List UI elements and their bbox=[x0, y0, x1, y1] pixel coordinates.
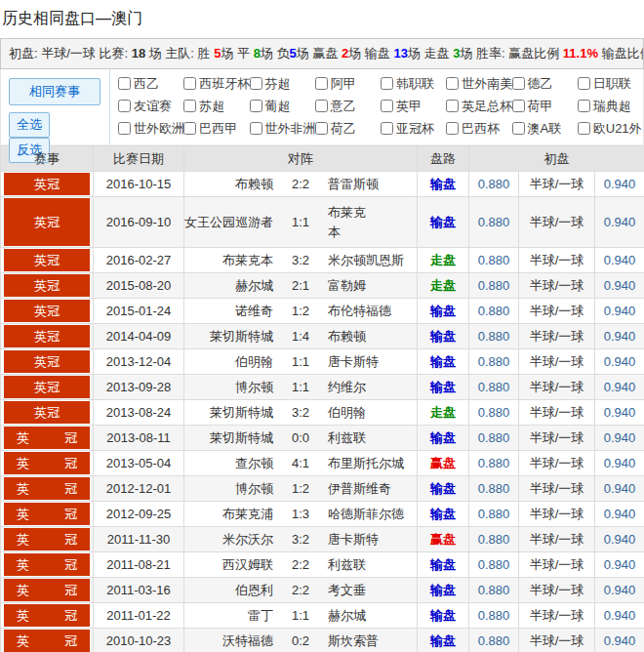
handicap-cell: 半球/一球 bbox=[519, 349, 595, 375]
matchup: 博尔顿1:1约维尔 bbox=[184, 375, 417, 399]
league-label[interactable]: 西班牙杯 bbox=[199, 75, 249, 93]
league-filter-item[interactable]: 意乙 bbox=[315, 97, 381, 116]
league-checkbox[interactable] bbox=[250, 122, 262, 135]
league-checkbox[interactable] bbox=[512, 77, 525, 90]
league-label[interactable]: 巴西甲 bbox=[199, 120, 237, 138]
league-checkbox[interactable] bbox=[578, 100, 590, 112]
league-filter-item[interactable]: 德乙 bbox=[512, 74, 578, 94]
away-team: 布伦特福德 bbox=[328, 303, 391, 320]
league-label[interactable]: 葡超 bbox=[265, 98, 291, 115]
league-filter-item[interactable]: 苏超 bbox=[183, 97, 249, 116]
league-filter-item[interactable]: 荷乙 bbox=[315, 119, 381, 139]
initial-odds-away: 0.940 bbox=[604, 583, 636, 597]
league-checkbox[interactable] bbox=[512, 100, 525, 112]
away-team-wrap: 唐卡斯特 bbox=[322, 353, 417, 371]
league-filter-item[interactable]: 瑞典超 bbox=[578, 97, 643, 116]
table-row: 英冠2010-10-23沃特福德0:2斯坎索普输盘0.880半球/一球0.940 bbox=[1, 629, 644, 652]
match-date: 2011-11-30 bbox=[107, 532, 171, 547]
league-checkbox[interactable] bbox=[315, 100, 328, 112]
league-label[interactable]: 芬超 bbox=[265, 75, 291, 93]
league-label[interactable]: 英足总杯 bbox=[462, 98, 511, 115]
league-checkbox[interactable] bbox=[118, 122, 131, 135]
odds2-cell: 0.940 bbox=[595, 197, 644, 248]
league-filter-item[interactable]: 西乙 bbox=[118, 74, 183, 94]
league-filter-item[interactable]: 友谊赛 bbox=[118, 97, 183, 116]
league-label[interactable]: 欧U21外 bbox=[593, 120, 642, 138]
league-checkbox[interactable] bbox=[118, 77, 131, 90]
result-cell: 输盘 bbox=[418, 375, 469, 400]
league-checkbox[interactable] bbox=[250, 77, 262, 90]
league-checkbox[interactable] bbox=[183, 77, 196, 90]
league-filter-item[interactable]: 韩职联 bbox=[381, 74, 446, 94]
league-label[interactable]: 英甲 bbox=[396, 98, 422, 115]
league-filter-item[interactable]: 西班牙杯 bbox=[183, 74, 249, 94]
league-filter-item[interactable]: 阿甲 bbox=[315, 74, 381, 94]
handicap-line: 半球/一球 bbox=[530, 405, 584, 420]
league-filter-item[interactable]: 世外非洲 bbox=[250, 119, 315, 139]
handicap-cell: 半球/一球 bbox=[519, 527, 595, 552]
league-filter-item[interactable]: 荷甲 bbox=[512, 97, 578, 116]
league-filter-item[interactable]: 澳A联 bbox=[512, 119, 578, 139]
league-checkbox[interactable] bbox=[381, 100, 393, 112]
odds2-cell: 0.940 bbox=[595, 426, 644, 451]
league-checkbox[interactable] bbox=[118, 100, 131, 112]
league-filter-item[interactable]: 芬超 bbox=[250, 74, 315, 94]
league-checkbox[interactable] bbox=[183, 100, 196, 112]
league-filter-item[interactable]: 世外欧洲 bbox=[118, 119, 183, 139]
league-badge-char: 英 bbox=[17, 455, 29, 472]
league-badge-char: 冠 bbox=[64, 531, 77, 549]
league-filter-item[interactable]: 巴西甲 bbox=[183, 119, 249, 139]
league-label[interactable]: 阿甲 bbox=[331, 75, 356, 93]
same-event-button[interactable]: 相同赛事 bbox=[9, 78, 101, 105]
league-checkbox[interactable] bbox=[381, 77, 393, 90]
league-filter-item[interactable]: 葡超 bbox=[250, 97, 315, 116]
league-checkbox[interactable] bbox=[381, 122, 393, 135]
league-label[interactable]: 苏超 bbox=[199, 98, 224, 115]
summary-segment: 5 bbox=[290, 46, 297, 61]
league-checkbox[interactable] bbox=[250, 100, 262, 112]
league-label[interactable]: 西乙 bbox=[134, 75, 159, 93]
league-label[interactable]: 澳A联 bbox=[528, 120, 562, 138]
result-label: 输盘 bbox=[430, 329, 456, 344]
league-label[interactable]: 巴西杯 bbox=[462, 120, 500, 138]
league-checkbox[interactable] bbox=[512, 122, 525, 135]
league-filter-item[interactable]: 世外南美 bbox=[446, 74, 511, 94]
initial-odds-away: 0.940 bbox=[604, 456, 636, 470]
select-all-button[interactable]: 全选 bbox=[9, 112, 50, 138]
league-label[interactable]: 瑞典超 bbox=[593, 98, 631, 115]
league-label[interactable]: 友谊赛 bbox=[134, 98, 172, 115]
league-label[interactable]: 意乙 bbox=[331, 98, 356, 115]
odds2-cell: 0.940 bbox=[595, 299, 644, 324]
league-checkbox[interactable] bbox=[446, 100, 459, 112]
league-checkbox[interactable] bbox=[578, 77, 590, 90]
league-checkbox[interactable] bbox=[315, 122, 328, 135]
league-label[interactable]: 韩职联 bbox=[396, 75, 434, 93]
league-label[interactable]: 荷甲 bbox=[528, 98, 553, 115]
date-cell: 2012-12-01 bbox=[94, 476, 184, 502]
league-label[interactable]: 荷乙 bbox=[331, 120, 356, 138]
league-checkbox[interactable] bbox=[578, 122, 590, 135]
league-label[interactable]: 亚冠杯 bbox=[396, 120, 434, 138]
league-filter-item[interactable]: 英甲 bbox=[381, 97, 446, 116]
league-label[interactable]: 日职联 bbox=[593, 75, 631, 93]
league-filter-item[interactable]: 日职联 bbox=[578, 74, 643, 94]
odds1-cell: 0.880 bbox=[469, 400, 519, 426]
league-filter-item[interactable]: 亚冠杯 bbox=[381, 119, 446, 139]
league-label[interactable]: 世外欧洲 bbox=[134, 120, 183, 138]
league-label[interactable]: 世外南美 bbox=[462, 75, 511, 93]
league-filter-item[interactable]: 巴西杯 bbox=[446, 119, 511, 139]
league-checkbox[interactable] bbox=[446, 77, 459, 90]
league-checkbox[interactable] bbox=[183, 122, 196, 135]
league-badge: 英冠 bbox=[4, 173, 90, 195]
result-label: 输盘 bbox=[430, 215, 456, 229]
league-badge: 英冠 bbox=[4, 579, 90, 601]
odds1-cell: 0.880 bbox=[469, 197, 519, 248]
league-filter-item[interactable]: 英足总杯 bbox=[446, 97, 511, 116]
league-checkbox[interactable] bbox=[446, 122, 459, 135]
league-filter-item[interactable]: 欧U21外 bbox=[578, 119, 643, 139]
league-checkbox[interactable] bbox=[315, 77, 328, 90]
league-label[interactable]: 德乙 bbox=[528, 75, 553, 93]
matchup: 赫尔城2:1富勒姆 bbox=[184, 273, 417, 298]
odds2-cell: 0.940 bbox=[595, 603, 644, 629]
league-label[interactable]: 世外非洲 bbox=[265, 120, 315, 138]
